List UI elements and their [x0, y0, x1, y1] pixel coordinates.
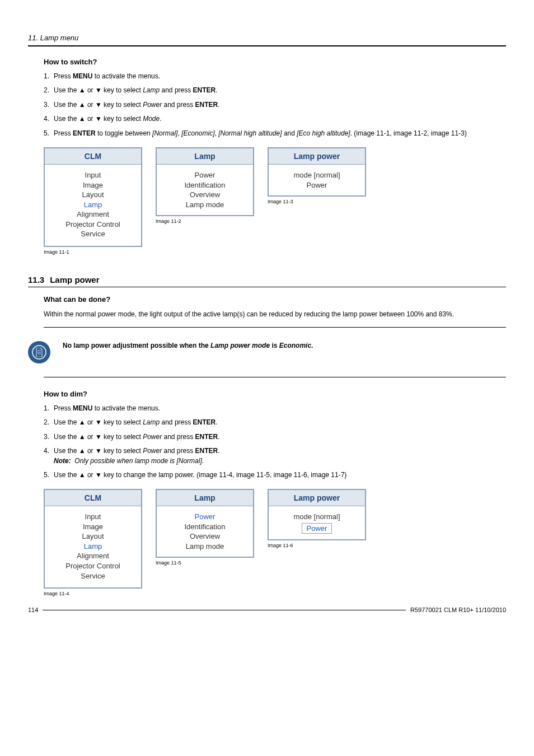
menu-item: Alignment: [48, 551, 138, 561]
figures-row-2: CLM Input Image Layout Lamp Alignment Pr…: [44, 489, 506, 596]
panel-body: mode [normal] Power: [269, 165, 365, 195]
body-text: Within the normal power mode, the light …: [44, 309, 506, 319]
step-number: 5.: [44, 129, 49, 138]
section-rule: [28, 287, 506, 287]
step-item: 1.Press MENU to activate the menus.: [44, 72, 506, 81]
panel-title: Lamp power: [269, 490, 365, 506]
step-item: 2.Use the ▲ or ▼ key to select Lamp and …: [44, 86, 506, 95]
t: ENTER: [195, 101, 218, 109]
t: Press: [54, 72, 73, 80]
step-number: 2.: [44, 86, 49, 95]
panel-lamp: Lamp Power Identification Overview Lamp …: [156, 489, 254, 558]
menu-item: Lamp mode: [160, 200, 250, 210]
footer: 114 R59770021 CLM R10+ 11/10/2010: [28, 606, 506, 613]
menu-item-selected: Lamp: [48, 542, 138, 552]
menu-item: Image: [48, 180, 138, 190]
menu-item: Power: [160, 170, 250, 180]
step-item: 3.Use the ▲ or ▼ key to select Power and…: [44, 432, 506, 442]
t: and press: [162, 433, 195, 441]
t: Economic: [279, 342, 311, 349]
t: Lamp: [143, 86, 160, 94]
t: Power: [143, 447, 162, 455]
menu-item: Layout: [48, 190, 138, 200]
section-number: 11.3: [28, 275, 44, 284]
panel-lamp-power: Lamp power mode [normal] Power: [268, 489, 366, 540]
panel-clm: CLM Input Image Layout Lamp Alignment Pr…: [44, 147, 142, 247]
panel-lamp-power: Lamp power mode [normal] Power: [268, 147, 366, 197]
menu-item: Service: [48, 229, 138, 239]
t: and press: [162, 447, 195, 455]
t: ENTER: [193, 418, 216, 426]
step-number: 3.: [44, 432, 49, 442]
menu-item: mode [normal]: [272, 512, 362, 522]
menu-item: Overview: [160, 531, 250, 542]
step-item: 4.Use the ▲ or ▼ key to select Power and…: [44, 446, 506, 466]
t: Use the ▲ or ▼ key to select: [54, 418, 143, 426]
t: .: [216, 418, 217, 426]
t: MENU: [73, 404, 92, 412]
step-item: 4.Use the ▲ or ▼ key to select Mode.: [44, 114, 506, 124]
t: and press: [160, 86, 193, 94]
t: to activate the menus.: [92, 404, 160, 412]
sub-heading: What can be done?: [44, 295, 506, 304]
t: Use the ▲ or ▼ key to select: [54, 115, 143, 123]
note-text: Only possible when lamp mode is [Normal]…: [74, 457, 204, 465]
figure-11-1: CLM Input Image Layout Lamp Alignment Pr…: [44, 147, 142, 255]
t: No lamp power adjustment possible when t…: [63, 342, 210, 349]
panel-body: Power Identification Overview Lamp mode: [157, 165, 253, 215]
figure-caption: Image 11-3: [268, 199, 366, 204]
panel-title: CLM: [45, 490, 141, 506]
t: .: [218, 447, 219, 455]
menu-item: Identification: [160, 522, 250, 532]
step-number: 1.: [44, 72, 49, 81]
t: [Normal]: [152, 129, 177, 137]
t: and press: [162, 101, 195, 109]
step-item: 3.Use the ▲ or ▼ key to select Power and…: [44, 100, 506, 110]
footer-doc-id: R59770021 CLM R10+ 11/10/2010: [410, 606, 506, 613]
menu-item-selected: Power: [302, 523, 332, 534]
step-number: 4.: [44, 114, 49, 124]
t: .: [216, 86, 217, 94]
figure-11-4: CLM Input Image Layout Lamp Alignment Pr…: [44, 489, 142, 596]
t: ENTER: [73, 129, 96, 137]
menu-item: Input: [48, 170, 138, 180]
t: and: [282, 129, 297, 137]
t: Mode: [143, 115, 160, 123]
steps-list: 1.Press MENU to activate the menus. 2.Us…: [44, 404, 506, 480]
menu-item: Power: [272, 180, 362, 190]
t: MENU: [73, 72, 92, 80]
how-to-dim-block: How to dim? 1.Press MENU to activate the…: [44, 390, 506, 596]
menu-item-selected: Power: [160, 512, 250, 522]
t: Lamp power mode: [210, 342, 270, 349]
menu-item: Service: [48, 571, 138, 581]
panel-body: mode [normal] Power: [269, 506, 365, 539]
step-number: 4.: [44, 446, 49, 456]
menu-item-selected: Lamp: [48, 200, 138, 210]
menu-item: Input: [48, 512, 138, 522]
menu-item: Alignment: [48, 209, 138, 220]
figure-caption: Image 11-2: [156, 218, 254, 224]
header-rule: [28, 45, 506, 46]
menu-item: Image: [48, 522, 138, 532]
t: [Eco high altitude]: [297, 129, 350, 137]
what-can-be-done-block: What can be done? Within the normal powe…: [44, 295, 506, 319]
note-rule-bottom: [44, 377, 506, 377]
t: Press: [54, 129, 73, 137]
panel-title: Lamp power: [269, 148, 365, 165]
t: Power: [143, 101, 162, 109]
t: .: [218, 101, 219, 109]
step-number: 2.: [44, 418, 49, 427]
sub-heading: How to switch?: [44, 58, 506, 66]
menu-item: Identification: [160, 180, 250, 190]
figure-caption: Image 11-6: [268, 543, 366, 548]
step-item: 1.Press MENU to activate the menus.: [44, 404, 506, 413]
panel-lamp: Lamp Power Identification Overview Lamp …: [156, 147, 254, 216]
t: and press: [160, 418, 193, 426]
figure-11-2: Lamp Power Identification Overview Lamp …: [156, 147, 254, 224]
sub-heading: How to dim?: [44, 390, 506, 398]
menu-item: Lamp mode: [160, 542, 250, 552]
step-item: 5.Press ENTER to toggle between [Normal]…: [44, 129, 506, 138]
t: Use the ▲ or ▼ key to select: [54, 447, 143, 455]
t: is: [270, 342, 279, 349]
section-title: Lamp power: [50, 275, 99, 284]
